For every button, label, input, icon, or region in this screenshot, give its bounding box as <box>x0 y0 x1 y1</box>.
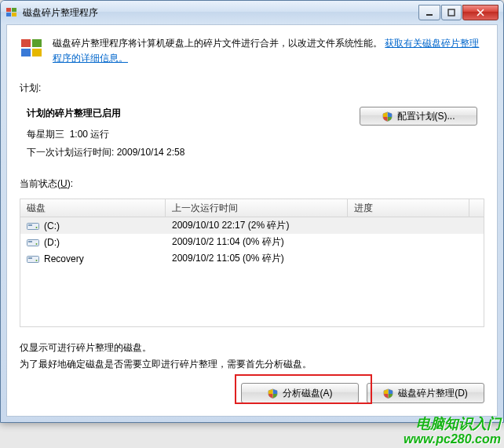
svg-rect-16 <box>27 256 39 262</box>
current-status-label: 当前状态(U): <box>20 177 484 191</box>
disk-list-header: 磁盘 上一次运行时间 进度 <box>20 199 484 217</box>
uac-shield-icon <box>382 111 393 122</box>
svg-rect-13 <box>27 239 39 246</box>
defragment-disk-button[interactable]: 磁盘碎片整理(D) <box>367 383 484 403</box>
configure-label: 配置计划(S)... <box>397 110 455 123</box>
svg-rect-9 <box>32 49 42 56</box>
minimize-button[interactable] <box>418 5 440 20</box>
window-controls <box>418 5 499 20</box>
drive-name: (D:) <box>44 237 60 248</box>
drive-last-run: 2009/10/2 11:05 (0% 碎片) <box>166 252 348 265</box>
defrag-label: 磁盘碎片整理(D) <box>398 387 468 400</box>
intro-desc: 磁盘碎片整理程序将计算机硬盘上的碎片文件进行合并，以改进文件系统性能。 <box>53 38 382 49</box>
column-last-run[interactable]: 上一次运行时间 <box>166 199 348 217</box>
disk-row[interactable]: (D:)2009/10/2 11:04 (0% 碎片) <box>20 234 484 250</box>
intro-text: 磁盘碎片整理程序将计算机硬盘上的碎片文件进行合并，以改进文件系统性能。 获取有关… <box>53 36 484 66</box>
disk-row[interactable]: Recovery2009/10/2 11:05 (0% 碎片) <box>20 250 484 267</box>
watermark: 电脑知识入门 www.pc280.com <box>404 416 501 446</box>
disk-list: 磁盘 上一次运行时间 进度 (C:)2009/10/10 22:17 (2% 碎… <box>20 199 484 327</box>
uac-shield-icon <box>268 388 278 399</box>
plan-enabled-header: 计划的碎片整理已启用 <box>27 107 184 120</box>
analyze-disk-button[interactable]: 分析磁盘(A) <box>241 383 359 403</box>
column-progress[interactable]: 进度 <box>348 199 469 217</box>
note-line-2: 为了最好地确定磁盘是否需要立即进行碎片整理，需要首先分析磁盘。 <box>20 356 484 372</box>
svg-rect-2 <box>6 13 11 16</box>
disk-row[interactable]: (C:)2009/10/10 22:17 (2% 碎片) <box>20 217 484 234</box>
svg-rect-11 <box>28 224 32 226</box>
svg-rect-0 <box>6 8 11 12</box>
drive-icon <box>27 238 39 247</box>
column-disk[interactable]: 磁盘 <box>20 199 166 217</box>
watermark-line-2: www.pc280.com <box>404 432 501 446</box>
analyze-label: 分析磁盘(A) <box>283 387 333 400</box>
svg-point-15 <box>36 243 38 245</box>
svg-rect-14 <box>28 241 32 242</box>
footer-note: 仅显示可进行碎片整理的磁盘。 为了最好地确定磁盘是否需要立即进行碎片整理，需要首… <box>20 340 484 372</box>
column-spacer <box>469 199 484 217</box>
watermark-line-1: 电脑知识入门 <box>404 416 501 432</box>
close-button[interactable] <box>462 5 499 20</box>
svg-point-12 <box>36 227 38 228</box>
drive-icon <box>27 221 39 231</box>
drive-name: Recovery <box>44 253 84 264</box>
svg-rect-17 <box>28 257 32 259</box>
plan-box: 计划的碎片整理已启用 每星期三 1:00 运行 下一次计划运行时间: 2009/… <box>20 103 484 173</box>
plan-info: 计划的碎片整理已启用 每星期三 1:00 运行 下一次计划运行时间: 2009/… <box>27 107 184 164</box>
content-area: 磁盘碎片整理程序将计算机硬盘上的碎片文件进行合并，以改进文件系统性能。 获取有关… <box>6 24 498 417</box>
window-title: 磁盘碎片整理程序 <box>23 6 418 20</box>
svg-rect-10 <box>27 223 39 229</box>
configure-schedule-button[interactable]: 配置计划(S)... <box>360 107 477 126</box>
svg-rect-6 <box>21 39 31 47</box>
action-buttons: 分析磁盘(A) 磁盘碎片整理(D) <box>20 383 484 403</box>
svg-rect-8 <box>21 49 31 56</box>
svg-rect-5 <box>448 9 455 16</box>
plan-label: 计划: <box>20 82 484 95</box>
uac-shield-icon <box>383 388 393 399</box>
drive-name: (C:) <box>44 220 60 231</box>
svg-rect-3 <box>12 13 16 16</box>
window-frame: 磁盘碎片整理程序 磁盘碎片整理程序将计算机硬盘上的碎片文件进行合并，以改进文件系… <box>0 0 504 423</box>
plan-schedule: 每星期三 1:00 运行 <box>27 128 184 141</box>
drive-last-run: 2009/10/2 11:04 (0% 碎片) <box>166 235 348 249</box>
svg-rect-4 <box>426 14 433 16</box>
svg-point-18 <box>36 260 38 261</box>
svg-rect-1 <box>12 8 16 12</box>
plan-next-run: 下一次计划运行时间: 2009/10/14 2:58 <box>27 146 184 159</box>
drive-last-run: 2009/10/10 22:17 (2% 碎片) <box>166 219 348 232</box>
maximize-button[interactable] <box>441 5 462 20</box>
titlebar[interactable]: 磁盘碎片整理程序 <box>1 1 503 24</box>
app-icon <box>5 6 18 19</box>
intro-panel: 磁盘碎片整理程序将计算机硬盘上的碎片文件进行合并，以改进文件系统性能。 获取有关… <box>20 36 484 66</box>
defrag-icon <box>20 36 45 61</box>
svg-rect-7 <box>32 39 42 47</box>
note-line-1: 仅显示可进行碎片整理的磁盘。 <box>20 340 484 355</box>
drive-icon <box>27 254 39 264</box>
disk-list-body[interactable]: (C:)2009/10/10 22:17 (2% 碎片)(D:)2009/10/… <box>20 217 484 327</box>
